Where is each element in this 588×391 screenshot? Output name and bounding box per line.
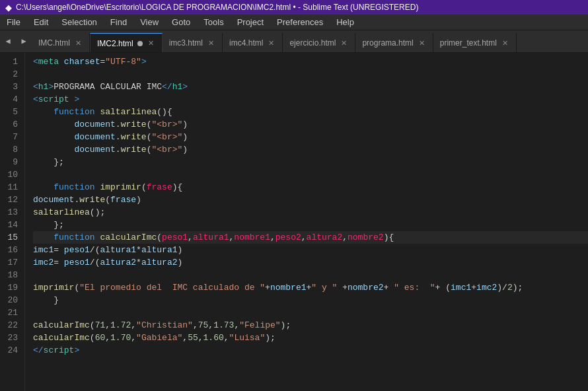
tab-imc2-html[interactable]: IMC2.html ✕ xyxy=(90,33,163,53)
tab-label: primer_text.html xyxy=(440,38,497,48)
line-num-8: 8 xyxy=(4,143,18,156)
tab-close-primer[interactable]: ✕ xyxy=(501,38,509,48)
tab-label: IMC.html xyxy=(38,38,70,48)
line-num-15: 15 xyxy=(4,231,18,244)
code-line-7: document.write("<br>") xyxy=(33,131,588,143)
line-num-7: 7 xyxy=(4,131,18,143)
menu-edit[interactable]: Edit xyxy=(27,15,55,30)
line-num-5: 5 xyxy=(4,106,18,118)
tab-modified-dot xyxy=(137,41,143,46)
title-text: C:\Users\angel\OneDrive\Escritorio\LOGIC… xyxy=(16,3,418,12)
tab-imc4-html[interactable]: imc4.html ✕ xyxy=(223,33,283,53)
line-num-3: 3 xyxy=(4,81,18,93)
line-num-10: 10 xyxy=(4,168,18,181)
code-line-9: }; xyxy=(33,156,588,168)
tab-label: imc4.html xyxy=(229,38,263,48)
code-line-10 xyxy=(33,168,588,181)
line-numbers: 1 2 3 4 5 6 7 8 9 10 11 12 13 14 15 16 1… xyxy=(0,53,25,391)
code-line-20: } xyxy=(33,294,588,306)
tab-close-imc3[interactable]: ✕ xyxy=(207,38,215,48)
menu-tools[interactable]: Tools xyxy=(197,15,230,30)
menu-preferences[interactable]: Preferences xyxy=(270,15,330,30)
code-line-5: function saltarlinea(){ xyxy=(33,106,588,118)
code-line-13: saltarlinea(); xyxy=(33,206,588,219)
line-num-23: 23 xyxy=(4,332,18,344)
menu-goto[interactable]: Goto xyxy=(165,15,197,30)
code-line-4: <script > xyxy=(33,93,588,106)
code-line-17: imc2= peso1/(altura2*altura2) xyxy=(33,256,588,269)
line-num-22: 22 xyxy=(4,319,18,332)
menu-selection[interactable]: Selection xyxy=(55,15,103,30)
menu-file[interactable]: File xyxy=(0,15,27,30)
menu-view[interactable]: View xyxy=(133,15,165,30)
code-line-15: function calcularImc(peso1,altura1,nombr… xyxy=(33,231,588,244)
code-line-23: calcularImc(60,1.70,"Gabiela",55,1.60,"L… xyxy=(33,332,588,344)
tab-imc3-html[interactable]: imc3.html ✕ xyxy=(163,33,223,53)
tab-label: programa.html xyxy=(362,38,413,48)
line-num-2: 2 xyxy=(4,68,18,81)
menu-bar: File Edit Selection Find View Goto Tools… xyxy=(0,15,588,30)
code-line-12: document.write(frase) xyxy=(33,194,588,206)
line-num-20: 20 xyxy=(4,294,18,306)
code-area[interactable]: <meta charset="UTF-8"> <h1>PROGRAMA CALC… xyxy=(25,53,588,391)
line-num-18: 18 xyxy=(4,269,18,281)
editor: 1 2 3 4 5 6 7 8 9 10 11 12 13 14 15 16 1… xyxy=(0,53,588,391)
code-line-6: document.write("<br>") xyxy=(33,118,588,131)
line-num-21: 21 xyxy=(4,306,18,319)
title-bar: ◆ C:\Users\angel\OneDrive\Escritorio\LOG… xyxy=(0,0,588,15)
code-line-18 xyxy=(33,269,588,281)
code-line-24: </script> xyxy=(33,344,588,357)
tab-close-imc2[interactable]: ✕ xyxy=(147,38,155,48)
code-line-21 xyxy=(33,306,588,319)
line-num-1: 1 xyxy=(4,55,18,68)
tab-close-imc4[interactable]: ✕ xyxy=(267,38,276,48)
code-line-8: document.write("<br>") xyxy=(33,143,588,156)
tab-close-ejercicio[interactable]: ✕ xyxy=(340,38,348,48)
tab-primer-text-html[interactable]: primer_text.html ✕ xyxy=(433,33,517,53)
line-num-16: 16 xyxy=(4,244,18,256)
code-line-3: <h1>PROGRAMA CALCULAR IMC</h1> xyxy=(33,81,588,93)
tab-label: imc3.html xyxy=(169,38,203,48)
tab-imc-html[interactable]: IMC.html ✕ xyxy=(32,33,90,53)
code-line-11: function imprimir(frase){ xyxy=(33,181,588,194)
code-line-2 xyxy=(33,68,588,81)
code-line-22: calcularImc(71,1.72,"Christian",75,1.73,… xyxy=(33,319,588,332)
code-line-14: }; xyxy=(33,219,588,231)
line-num-14: 14 xyxy=(4,219,18,231)
tab-ejercicio-html[interactable]: ejercicio.html ✕ xyxy=(283,33,355,53)
line-num-9: 9 xyxy=(4,156,18,168)
tab-close-imc[interactable]: ✕ xyxy=(74,38,83,48)
title-icon: ◆ xyxy=(5,3,12,13)
line-num-24: 24 xyxy=(4,344,18,357)
tab-nav-left[interactable]: ◀ xyxy=(0,30,16,52)
menu-find[interactable]: Find xyxy=(104,15,133,30)
line-num-17: 17 xyxy=(4,256,18,269)
line-num-4: 4 xyxy=(4,93,18,106)
line-num-13: 13 xyxy=(4,206,18,219)
tab-bar: ◀ ▶ IMC.html ✕ IMC2.html ✕ imc3.html ✕ i… xyxy=(0,30,588,53)
tab-programa-html[interactable]: programa.html ✕ xyxy=(355,33,433,53)
line-num-11: 11 xyxy=(4,181,18,194)
tab-nav-right[interactable]: ▶ xyxy=(16,30,32,52)
menu-help[interactable]: Help xyxy=(330,15,361,30)
tab-close-programa[interactable]: ✕ xyxy=(418,38,426,48)
menu-project[interactable]: Project xyxy=(231,15,270,30)
line-num-12: 12 xyxy=(4,194,18,206)
line-num-6: 6 xyxy=(4,118,18,131)
code-line-1: <meta charset="UTF-8"> xyxy=(33,55,588,68)
tab-label: IMC2.html xyxy=(97,39,133,48)
tab-label: ejercicio.html xyxy=(289,38,336,48)
line-num-19: 19 xyxy=(4,281,18,294)
code-line-19: imprimir("El promedio del IMC calculado … xyxy=(33,281,588,294)
code-line-16: imc1= peso1/(altura1*altura1) xyxy=(33,244,588,256)
